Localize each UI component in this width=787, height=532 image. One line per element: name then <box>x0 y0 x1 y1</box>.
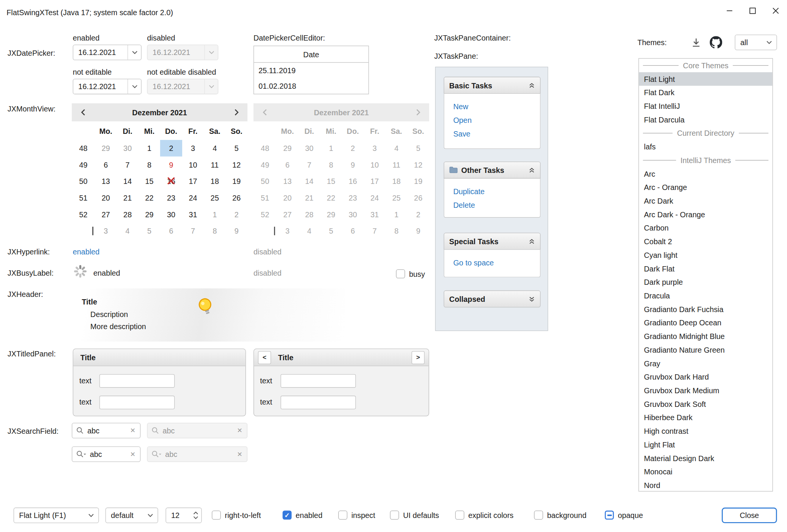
theme-list-item[interactable]: Hiberbee Dark <box>639 411 773 424</box>
calendar-day[interactable]: 8 <box>139 157 160 173</box>
theme-list[interactable]: Core ThemesFlat LightFlat DarkFlat Intel… <box>638 58 773 491</box>
calendar-day[interactable]: 12 <box>226 157 247 173</box>
laf-combo[interactable]: Flat Light (F1) <box>14 508 99 523</box>
theme-list-item[interactable]: Arc Dark - Orange <box>639 208 773 221</box>
taskpane-link[interactable]: Open <box>453 113 540 127</box>
calendar-day[interactable]: 16 <box>160 173 182 190</box>
search-menu-icon[interactable] <box>76 450 86 458</box>
calendar-day[interactable]: 11 <box>204 157 225 173</box>
search-field-menu-enabled[interactable]: ✕ <box>72 446 140 462</box>
checkbox-inspect[interactable]: inspect <box>338 509 375 521</box>
theme-list-item[interactable]: Arc <box>639 167 773 180</box>
checkbox-box[interactable] <box>390 511 399 520</box>
calendar-day[interactable]: 15 <box>139 173 160 190</box>
taskpane-header[interactable]: Basic Tasks <box>444 77 540 94</box>
text-field[interactable] <box>280 396 356 410</box>
clear-icon[interactable]: ✕ <box>130 450 135 458</box>
calendar-day[interactable]: 22 <box>139 190 160 206</box>
calendar-day[interactable]: 19 <box>226 173 247 190</box>
calendar-day[interactable]: 18 <box>204 173 225 190</box>
close-button[interactable]: Close <box>722 508 777 523</box>
calendar-day[interactable]: 26 <box>226 190 247 206</box>
calendar-day[interactable]: 7 <box>182 223 204 239</box>
theme-list-item[interactable]: Flat Dark <box>639 86 773 99</box>
calendar-day[interactable]: 24 <box>182 190 204 206</box>
calendar-day[interactable]: 2 <box>160 140 182 157</box>
datepicker-enabled[interactable] <box>73 45 142 60</box>
datepicker-input[interactable] <box>73 82 127 91</box>
calendar-day[interactable]: 5 <box>226 140 247 157</box>
theme-list-item[interactable]: Carbon <box>639 221 773 235</box>
taskpane-link[interactable]: Save <box>453 127 540 141</box>
collapse-chevron-up-icon[interactable] <box>529 238 535 245</box>
prev-month-button[interactable] <box>74 103 92 121</box>
calendar-day[interactable]: 3 <box>182 140 204 157</box>
theme-list-item[interactable]: Gruvbox Dark Soft <box>639 397 773 411</box>
calendar-day[interactable]: 1 <box>139 140 160 157</box>
theme-list-item[interactable]: Gray <box>639 356 773 370</box>
calendar-day[interactable]: 8 <box>204 223 225 239</box>
theme-list-item[interactable]: Gruvbox Dark Medium <box>639 384 773 397</box>
calendar-day[interactable]: 29 <box>95 140 116 157</box>
calendar-day[interactable]: 29 <box>139 206 160 223</box>
expand-chevron-down-icon[interactable] <box>529 296 535 302</box>
calendar-day[interactable]: 25 <box>204 190 225 206</box>
checkbox-box[interactable] <box>338 511 347 520</box>
text-field[interactable] <box>99 374 175 388</box>
theme-list-item[interactable]: Dracula <box>639 289 773 303</box>
taskpane-link[interactable]: Delete <box>453 198 540 212</box>
calendar-day[interactable]: 1 <box>204 206 225 223</box>
theme-list-item[interactable]: Flat Darcula <box>639 113 773 127</box>
search-input[interactable] <box>84 426 130 435</box>
taskpane-header[interactable]: Special Tasks <box>444 233 540 250</box>
next-month-button[interactable] <box>227 103 246 121</box>
font-combo[interactable]: default <box>105 508 158 523</box>
maximize-button[interactable] <box>741 0 764 21</box>
clear-icon[interactable]: ✕ <box>130 427 135 435</box>
taskpane-link[interactable]: New <box>453 100 540 113</box>
font-size-spinner[interactable]: 12 <box>165 508 201 523</box>
theme-list-item[interactable]: Flat Light <box>639 72 773 86</box>
theme-list-item[interactable]: Gradianto Dark Fuchsia <box>639 303 773 316</box>
calendar-day[interactable]: 9 <box>160 157 182 173</box>
checkbox-background[interactable]: background <box>534 509 586 521</box>
themes-filter-combo[interactable]: all <box>735 35 777 50</box>
month-view-enabled[interactable]: Dezember 2021 Mo.Di.Mi.Do.Fr.Sa.So.48293… <box>72 103 247 239</box>
hyperlink-enabled[interactable]: enabled <box>73 247 100 256</box>
calendar-day[interactable]: 30 <box>116 140 138 157</box>
theme-list-item[interactable]: Arc - Orange <box>639 180 773 194</box>
text-field[interactable] <box>280 374 356 388</box>
titled-panel-next-button[interactable]: > <box>412 351 425 364</box>
checkbox-ui-defaults[interactable]: UI defaults <box>390 509 439 521</box>
calendar-day[interactable]: 5 <box>139 223 160 239</box>
close-window-button[interactable] <box>764 0 787 21</box>
checkbox-right-to-left[interactable]: right-to-left <box>212 509 261 521</box>
search-field-enabled[interactable]: ✕ <box>72 423 140 438</box>
collapse-chevron-up-icon[interactable] <box>529 82 535 88</box>
theme-list-item[interactable]: Light Flat <box>639 438 773 452</box>
checkbox-box[interactable] <box>396 269 405 278</box>
spinner-up-icon[interactable] <box>193 512 198 515</box>
theme-list-item[interactable]: Cobalt 2 <box>639 235 773 248</box>
calendar-day[interactable]: 17 <box>182 173 204 190</box>
calendar-day[interactable]: 13 <box>95 173 116 190</box>
calendar-day[interactable]: 21 <box>116 190 138 206</box>
github-icon[interactable] <box>710 36 722 50</box>
datepicker-dropdown-button[interactable] <box>127 79 141 94</box>
calendar-day[interactable]: 23 <box>160 190 182 206</box>
taskpane-header[interactable]: Other Tasks <box>444 162 540 179</box>
datepicker-input[interactable] <box>73 48 127 56</box>
theme-list-item[interactable]: Flat IntelliJ <box>639 99 773 113</box>
titled-panel-prev-button[interactable]: < <box>258 351 271 364</box>
calendar-day[interactable]: 3 <box>95 223 116 239</box>
datepicker-not-editable[interactable] <box>73 79 142 94</box>
calendar-day[interactable]: 9 <box>226 223 247 239</box>
checkbox-opaque[interactable]: opaque <box>605 509 643 521</box>
calendar-day[interactable]: 20 <box>95 190 116 206</box>
spinner-down-icon[interactable] <box>193 516 198 519</box>
theme-list-item[interactable]: lafs <box>639 140 773 154</box>
taskpane-link[interactable]: Go to space <box>453 256 540 270</box>
table-row[interactable]: 01.02.2018 <box>254 78 368 94</box>
calendar-day[interactable]: 27 <box>95 206 116 223</box>
checkbox-enabled[interactable]: enabled <box>283 509 323 521</box>
